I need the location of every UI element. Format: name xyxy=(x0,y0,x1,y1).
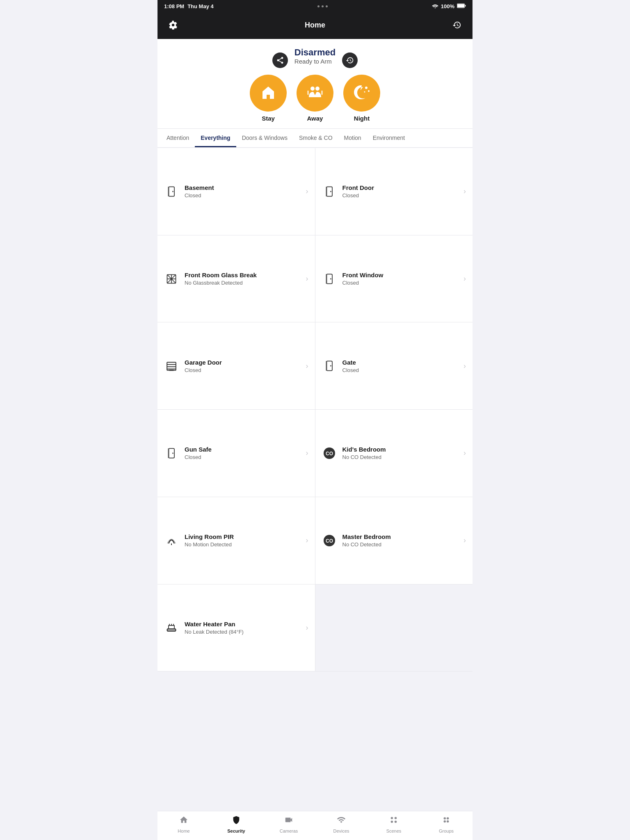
tabs: Attention Everything Doors & Windows Smo… xyxy=(158,129,472,147)
away-label: Away xyxy=(307,115,323,122)
water-heater-status: No Leak Detected (84°F) xyxy=(185,629,300,635)
master-bedroom-name: Master Bedroom xyxy=(342,533,458,540)
glass-break-info: Front Room Glass Break No Glassbreak Det… xyxy=(185,272,300,286)
device-gun-safe[interactable]: Gun Safe Closed › xyxy=(158,410,315,497)
empty-space xyxy=(158,671,472,811)
glass-break-chevron: › xyxy=(306,274,308,283)
kids-bedroom-name: Kid's Bedroom xyxy=(342,446,458,453)
time-display: 1:08 PM xyxy=(164,3,184,9)
status-bar-center xyxy=(317,5,328,7)
svg-point-22 xyxy=(330,278,331,279)
kids-bedroom-info: Kid's Bedroom No CO Detected xyxy=(342,446,458,460)
nav-groups-label: Groups xyxy=(439,829,454,833)
front-window-chevron: › xyxy=(463,274,466,283)
basement-chevron: › xyxy=(306,187,308,196)
device-front-door[interactable]: Front Door Closed › xyxy=(315,148,473,235)
header-title: Home xyxy=(180,21,450,30)
front-window-name: Front Window xyxy=(342,272,458,278)
svg-point-48 xyxy=(391,817,393,819)
glass-break-status: No Glassbreak Detected xyxy=(185,280,300,286)
bottom-nav: Home Security Cameras Devices xyxy=(158,811,472,840)
svg-point-14 xyxy=(330,191,331,192)
away-mode-button[interactable]: Away xyxy=(297,75,333,122)
nav-devices-label: Devices xyxy=(333,829,349,833)
wifi-nav-icon xyxy=(337,815,346,827)
tab-attention[interactable]: Attention xyxy=(161,129,195,147)
stay-mode-button[interactable]: Stay xyxy=(250,75,287,122)
nav-security[interactable]: Security xyxy=(224,815,249,833)
dot2 xyxy=(322,5,324,7)
night-circle xyxy=(343,75,380,112)
svg-text:CO: CO xyxy=(326,538,333,544)
basement-icon xyxy=(164,184,179,199)
svg-rect-2 xyxy=(465,5,466,7)
tab-motion[interactable]: Motion xyxy=(338,129,367,147)
master-bedroom-icon: CO xyxy=(322,533,337,548)
nav-home[interactable]: Home xyxy=(171,815,196,833)
dot1 xyxy=(317,5,320,7)
status-bar-left: 1:08 PM Thu May 4 xyxy=(164,3,214,9)
nav-groups[interactable]: Groups xyxy=(434,815,459,833)
device-water-heater[interactable]: Water Heater Pan No Leak Detected (84°F)… xyxy=(158,584,315,671)
arm-status-title: Disarmed xyxy=(294,47,336,58)
nav-scenes[interactable]: Scenes xyxy=(381,815,406,833)
svg-point-7 xyxy=(365,87,368,89)
garage-door-chevron: › xyxy=(306,362,308,370)
arm-title-group: Disarmed Ready to Arm xyxy=(294,47,336,73)
water-heater-info: Water Heater Pan No Leak Detected (84°F) xyxy=(185,621,300,635)
svg-point-9 xyxy=(364,91,365,93)
master-bedroom-info: Master Bedroom No CO Detected xyxy=(342,533,458,548)
device-grid: Basement Closed › Front Door Closed › xyxy=(158,148,472,811)
svg-point-11 xyxy=(172,191,173,192)
dot3 xyxy=(326,5,328,7)
svg-point-5 xyxy=(310,87,315,91)
svg-point-49 xyxy=(395,817,397,819)
mode-buttons: Stay Away xyxy=(250,75,380,122)
svg-point-51 xyxy=(395,821,397,823)
svg-point-53 xyxy=(447,817,449,820)
nav-devices[interactable]: Devices xyxy=(329,815,354,833)
svg-rect-31 xyxy=(326,361,332,371)
device-living-room-pir[interactable]: Living Room PIR No Motion Detected › xyxy=(158,497,315,584)
device-front-room-glass[interactable]: Front Room Glass Break No Glassbreak Det… xyxy=(158,235,315,322)
front-door-info: Front Door Closed xyxy=(342,184,458,199)
gun-safe-status: Closed xyxy=(185,454,300,460)
glass-break-icon xyxy=(164,272,179,286)
gun-safe-name: Gun Safe xyxy=(185,446,300,453)
device-garage-door[interactable]: Garage Door Closed › xyxy=(158,322,315,409)
wifi-icon xyxy=(432,3,438,9)
svg-point-52 xyxy=(444,817,446,820)
status-bar-right: 100% xyxy=(432,3,466,9)
groups-nav-icon xyxy=(442,815,451,827)
device-master-bedroom[interactable]: CO Master Bedroom No CO Detected › xyxy=(315,497,473,584)
sound-button[interactable] xyxy=(272,52,288,68)
glass-break-name: Front Room Glass Break xyxy=(185,272,300,278)
device-gate[interactable]: Gate Closed › xyxy=(315,322,473,409)
gate-icon xyxy=(322,358,337,373)
device-kids-bedroom[interactable]: CO Kid's Bedroom No CO Detected › xyxy=(315,410,473,497)
settings-button[interactable] xyxy=(166,18,180,32)
living-room-pir-info: Living Room PIR No Motion Detected xyxy=(185,533,300,548)
arm-history-button[interactable] xyxy=(342,52,358,68)
tab-environment[interactable]: Environment xyxy=(367,129,411,147)
front-window-info: Front Window Closed xyxy=(342,272,458,286)
device-basement[interactable]: Basement Closed › xyxy=(158,148,315,235)
garage-door-name: Garage Door xyxy=(185,359,300,366)
night-mode-button[interactable]: Night xyxy=(343,75,380,122)
living-room-pir-status: No Motion Detected xyxy=(185,541,300,548)
front-door-status: Closed xyxy=(342,192,458,199)
basement-name: Basement xyxy=(185,184,300,191)
tab-doors-windows[interactable]: Doors & Windows xyxy=(236,129,293,147)
away-circle xyxy=(297,75,333,112)
gate-status: Closed xyxy=(342,367,458,373)
garage-door-status: Closed xyxy=(185,367,300,373)
svg-point-4 xyxy=(266,88,270,92)
tab-smoke-co[interactable]: Smoke & CO xyxy=(293,129,338,147)
nav-cameras[interactable]: Cameras xyxy=(276,815,301,833)
svg-rect-13 xyxy=(326,187,332,196)
device-front-window[interactable]: Front Window Closed › xyxy=(315,235,473,322)
nav-security-label: Security xyxy=(227,829,245,833)
shield-nav-icon xyxy=(232,815,241,827)
history-button[interactable] xyxy=(450,18,464,32)
tab-everything[interactable]: Everything xyxy=(195,129,236,147)
